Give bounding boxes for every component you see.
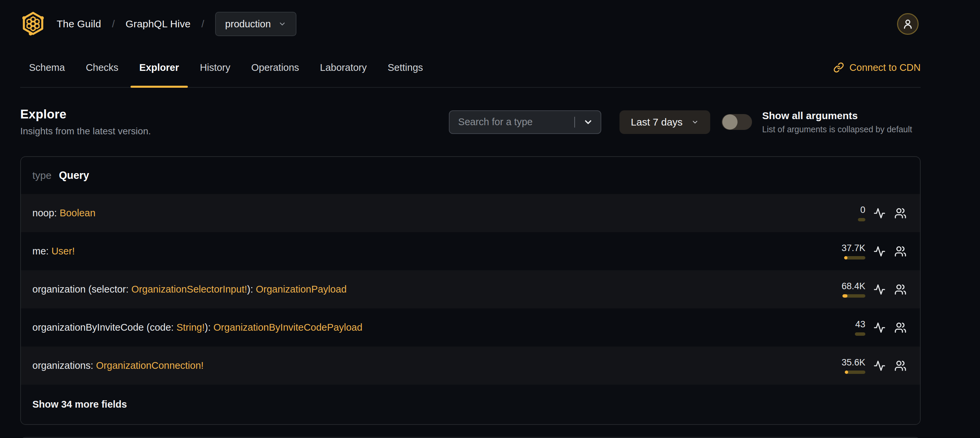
breadcrumb-org[interactable]: The Guild [57, 18, 101, 30]
table-row: organization (selector: OrganizationSele… [21, 270, 920, 308]
link-icon [833, 62, 844, 73]
request-count: 43 [821, 319, 865, 336]
field-text: noop: [32, 207, 60, 218]
activity-icon[interactable] [873, 245, 886, 258]
show-more-fields-button[interactable]: Show 34 more fields [21, 385, 920, 424]
type-link[interactable]: OrganizationByInviteCodePayload [213, 322, 363, 333]
type-link[interactable]: User! [51, 246, 75, 256]
type-search-combobox [449, 110, 601, 134]
type-card-header: type Query [21, 157, 920, 194]
activity-icon[interactable] [873, 322, 886, 334]
field-signature: organizationByInviteCode (code: String!)… [32, 322, 363, 333]
period-select-button[interactable]: Last 7 days [619, 110, 710, 134]
request-count: 68.4K [821, 281, 865, 298]
connect-to-cdn-label: Connect to CDN [850, 62, 921, 73]
field-text: organizations: [32, 360, 96, 371]
users-icon[interactable] [894, 284, 907, 296]
tab-operations[interactable]: Operations [242, 48, 308, 87]
show-all-arguments-toggle[interactable] [722, 114, 752, 130]
tab-explorer[interactable]: Explorer [130, 48, 188, 87]
fields-list: noop: Boolean0 me: User!37.7K organizati… [21, 194, 920, 385]
field-signature: noop: Boolean [32, 207, 95, 219]
page-subtitle: Insights from the latest version. [20, 126, 151, 137]
table-row: organizations: OrganizationConnection!35… [21, 347, 920, 385]
type-link[interactable]: OrganizationPayload [256, 284, 347, 295]
row-stats: 43 [821, 319, 907, 336]
users-icon[interactable] [894, 245, 907, 258]
page-title-block: Explore Insights from the latest version… [20, 107, 151, 137]
row-stats: 68.4K [821, 281, 907, 298]
users-icon[interactable] [894, 360, 907, 372]
tab-settings[interactable]: Settings [379, 48, 432, 87]
request-count-value: 0 [860, 205, 865, 215]
activity-icon[interactable] [873, 284, 886, 296]
breadcrumb-separator: / [201, 18, 204, 30]
field-signature: organizations: OrganizationConnection! [32, 360, 204, 371]
field-signature: me: User! [32, 246, 75, 257]
hive-logo-icon [20, 10, 46, 37]
usage-bar [855, 332, 865, 336]
breadcrumb: The Guild / GraphQL Hive / production [20, 10, 296, 37]
usage-bar [845, 371, 865, 374]
usage-bar [858, 218, 865, 221]
user-icon [902, 18, 913, 30]
nav-row: SchemaChecksExplorerHistoryOperationsLab… [20, 48, 921, 88]
field-text: organization (selector: [32, 284, 131, 295]
type-link[interactable]: OrganizationSelectorInput! [131, 284, 247, 295]
nav-tabs: SchemaChecksExplorerHistoryOperationsLab… [20, 48, 432, 87]
usage-bar [844, 256, 865, 260]
request-count: 37.7K [821, 243, 865, 260]
activity-icon[interactable] [873, 207, 886, 219]
field-text: ): [205, 322, 213, 333]
period-value: Last 7 days [631, 116, 682, 128]
field-text: organizationByInviteCode (code: [32, 322, 177, 333]
combobox-divider [574, 117, 575, 127]
row-stats: 35.6K [821, 357, 907, 374]
type-name[interactable]: Query [59, 169, 89, 182]
row-stats: 0 [821, 205, 907, 221]
user-menu-button[interactable] [897, 13, 919, 35]
explorer-controls: Last 7 days Show all arguments List of a… [449, 110, 921, 134]
usage-bar-fill [845, 371, 848, 374]
tab-laboratory[interactable]: Laboratory [311, 48, 375, 87]
page-title: Explore [20, 107, 151, 121]
usage-bar-fill [842, 294, 848, 298]
field-signature: organization (selector: OrganizationSele… [32, 284, 347, 295]
chevron-down-icon[interactable] [583, 117, 593, 127]
activity-icon[interactable] [873, 360, 886, 372]
chevron-down-icon [691, 118, 699, 126]
breadcrumb-project[interactable]: GraphQL Hive [126, 18, 191, 30]
request-count-value: 43 [855, 319, 865, 330]
breadcrumb-separator: / [112, 18, 115, 30]
tab-history[interactable]: History [191, 48, 239, 87]
request-count-value: 68.4K [842, 281, 865, 291]
request-count-value: 37.7K [842, 243, 865, 253]
table-row: organizationByInviteCode (code: String!)… [21, 308, 920, 347]
search-input[interactable] [449, 110, 601, 134]
type-link[interactable]: OrganizationConnection! [96, 360, 204, 371]
connect-to-cdn-link[interactable]: Connect to CDN [833, 48, 921, 87]
users-icon[interactable] [894, 207, 907, 219]
tab-checks[interactable]: Checks [77, 48, 127, 87]
type-kind-label: type [32, 170, 52, 181]
request-count: 0 [821, 205, 865, 221]
target-selector-button[interactable]: production [215, 12, 296, 36]
target-selector-value: production [225, 19, 271, 30]
table-row: noop: Boolean0 [21, 194, 920, 232]
page-head: Explore Insights from the latest version… [20, 107, 921, 137]
users-icon[interactable] [894, 322, 907, 334]
field-text: ): [247, 284, 256, 295]
usage-bar-fill [844, 256, 848, 260]
field-text: me: [32, 246, 51, 256]
type-link[interactable]: String! [177, 322, 205, 333]
toggle-labels: Show all arguments List of arguments is … [762, 110, 921, 134]
toggle-label: Show all arguments [762, 110, 921, 121]
tab-schema[interactable]: Schema [20, 48, 73, 87]
toggle-knob [722, 115, 738, 130]
request-count: 35.6K [821, 357, 865, 374]
usage-bar [842, 294, 865, 298]
request-count-value: 35.6K [842, 357, 865, 368]
top-bar: The Guild / GraphQL Hive / production [20, 0, 921, 48]
row-stats: 37.7K [821, 243, 907, 260]
type-link[interactable]: Boolean [60, 207, 95, 218]
